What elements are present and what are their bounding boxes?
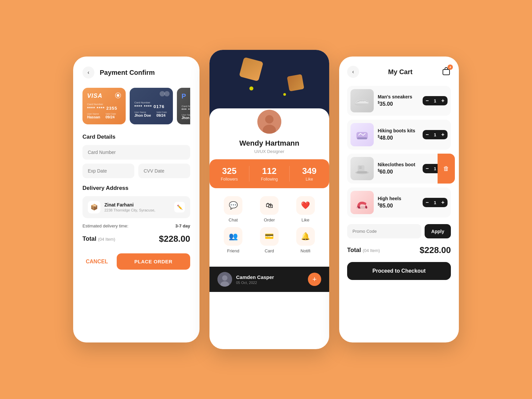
username-value-2: Jhon Doe <box>134 113 151 117</box>
profile-spacer <box>217 154 321 159</box>
delivery-address-label: Delivery Address <box>82 185 190 192</box>
card-info-row-2: User Name Jhon Doe Valid Date 09/24 <box>134 111 168 117</box>
boot-image <box>350 157 374 180</box>
heels-details: High heels $85.00 <box>378 196 419 209</box>
hiking-qty-minus[interactable]: − <box>423 130 432 139</box>
card-number-1: **** **** 2355 <box>87 106 121 111</box>
heels-qty-minus[interactable]: − <box>423 198 432 207</box>
profile-stats-bar: 325 Followers 112 Following 349 Like <box>209 159 329 188</box>
apply-button[interactable]: Apply <box>425 224 451 238</box>
profile-avatar-wrapper <box>217 108 321 135</box>
card-icon: 💳 <box>260 227 279 246</box>
svg-rect-16 <box>359 167 362 167</box>
payment-title: Payment Confirm <box>100 69 155 76</box>
order-icon: 🛍 <box>260 196 279 215</box>
likes-label: Like <box>290 177 329 182</box>
notifi-label: Notifi <box>301 248 311 253</box>
cancel-button[interactable]: CANCEL <box>82 259 111 265</box>
sneaker-illustration <box>354 94 370 107</box>
heels-illustration <box>354 196 370 209</box>
cart-item-heels: High heels $85.00 − 1 + <box>347 188 451 217</box>
payment-top-bar: ‹ Payment Confirm <box>82 66 190 78</box>
cvv-input[interactable] <box>138 164 190 178</box>
card-number-label-1: Card Number <box>87 103 121 106</box>
footer-date: 05 Oct, 2022 <box>236 281 304 285</box>
hero-dot-1 <box>249 86 253 90</box>
stat-followers: 325 Followers <box>209 166 249 182</box>
action-like[interactable]: ❤️ Like <box>290 196 321 222</box>
hero-box-1 <box>239 57 263 81</box>
hiking-qty-control[interactable]: − 1 + <box>423 130 448 139</box>
action-order[interactable]: 🛍 Order <box>254 196 285 222</box>
footer-name: Camden Casper <box>236 274 304 280</box>
heels-qty-control[interactable]: − 1 + <box>423 198 448 207</box>
sneaker-price: $35.00 <box>378 101 419 107</box>
cart-total-label: Total (04 Item) <box>347 247 380 254</box>
stat-following: 112 Following <box>249 166 289 182</box>
promo-input[interactable] <box>347 224 421 238</box>
payment-total-row: Total (04 Item) $228.00 <box>82 234 190 244</box>
card-number-3: *** *** <box>182 108 190 112</box>
svg-rect-12 <box>357 137 367 139</box>
footer-add-button[interactable]: + <box>308 273 321 286</box>
action-friend[interactable]: 👥 Friend <box>217 227 249 253</box>
likes-number: 349 <box>290 166 329 176</box>
delete-panel[interactable]: 🗑 <box>438 154 455 184</box>
sneaker-qty-value: 1 <box>432 98 438 103</box>
boot-price: $60.00 <box>378 169 419 175</box>
card-validdate-2: Valid Date 09/24 <box>156 111 167 117</box>
svg-point-2 <box>263 125 276 135</box>
svg-point-9 <box>360 100 362 101</box>
address-edit-button[interactable]: ✏️ <box>174 202 185 212</box>
action-chat[interactable]: 💬 Chat <box>217 196 249 222</box>
cart-screen: ‹ My Cart 4 <box>339 57 459 342</box>
boot-details: Nikeclothes boot $60.00 <box>378 162 419 175</box>
svg-point-1 <box>265 115 273 123</box>
footer-avatar-illustration <box>217 272 232 287</box>
action-notifi[interactable]: 🔔 Notifi <box>290 227 321 253</box>
username-label-2: User Name <box>134 111 151 113</box>
hero-3d-shapes <box>243 66 296 106</box>
card-username-2: User Name Jhon Doe <box>134 111 151 117</box>
sneaker-qty-control[interactable]: − 1 + <box>423 96 448 105</box>
payment-total-items: (04 Item) <box>98 237 115 242</box>
validdate-label-2: Valid Date <box>156 111 167 113</box>
hiking-image <box>350 123 374 146</box>
payment-back-button[interactable]: ‹ <box>82 66 94 78</box>
hiking-price: $48.00 <box>378 135 419 141</box>
profile-white-section: Wendy Hartmann UI/UX Designer 325 Follow… <box>209 108 329 267</box>
followers-number: 325 <box>209 166 249 176</box>
cart-title: My Cart <box>388 68 412 76</box>
payment-total-label: Total (04 Item) <box>82 235 115 242</box>
cart-items-list: Man's sneakers $35.00 − 1 + <box>347 86 451 217</box>
boot-qty-minus[interactable]: − <box>423 164 432 173</box>
profile-role: UI/UX Designer <box>217 149 321 154</box>
payment-card-visa[interactable]: VISA Card Number **** **** 2355 User Nam… <box>82 88 126 124</box>
payment-screen: ‹ Payment Confirm VISA Card Number **** … <box>73 57 200 342</box>
username-label-3: User Nam <box>182 114 190 116</box>
address-icon: 📦 <box>88 201 100 213</box>
circle-2 <box>164 91 170 96</box>
heels-qty-plus[interactable]: + <box>438 198 448 207</box>
card-label: Card <box>265 248 274 253</box>
svg-rect-6 <box>443 69 450 75</box>
cart-icon-wrapper: 4 <box>442 66 451 77</box>
place-order-button[interactable]: PLACE ORDER <box>117 253 190 270</box>
hiking-qty-plus[interactable]: + <box>438 130 448 139</box>
paypal-logo: P <box>182 92 190 100</box>
sneaker-qty-minus[interactable]: − <box>423 96 432 105</box>
payment-card-blue[interactable]: Card Number **** **** 0176 User Name Jho… <box>130 88 173 124</box>
card-details-label: Card Details <box>82 134 190 140</box>
delivery-label: Estimated delivery time: <box>82 223 128 228</box>
card-validdate-1: Valid Date 09/24 <box>105 113 116 119</box>
address-card[interactable]: 📦 Zinat Farhani 2238 Thornidge City, Syr… <box>82 196 190 218</box>
exp-date-input[interactable] <box>82 164 134 178</box>
card-number-input[interactable] <box>82 145 190 160</box>
notifi-icon: 🔔 <box>296 227 315 246</box>
payment-card-dark[interactable]: P Card N *** *** User Nam Jhon <box>177 88 190 124</box>
sneaker-qty-plus[interactable]: + <box>438 96 448 105</box>
action-card[interactable]: 💳 Card <box>254 227 285 253</box>
card-radio-visa[interactable] <box>115 92 121 98</box>
checkout-button[interactable]: Proceed to Checkout <box>347 262 451 280</box>
cart-back-button[interactable]: ‹ <box>347 66 359 78</box>
